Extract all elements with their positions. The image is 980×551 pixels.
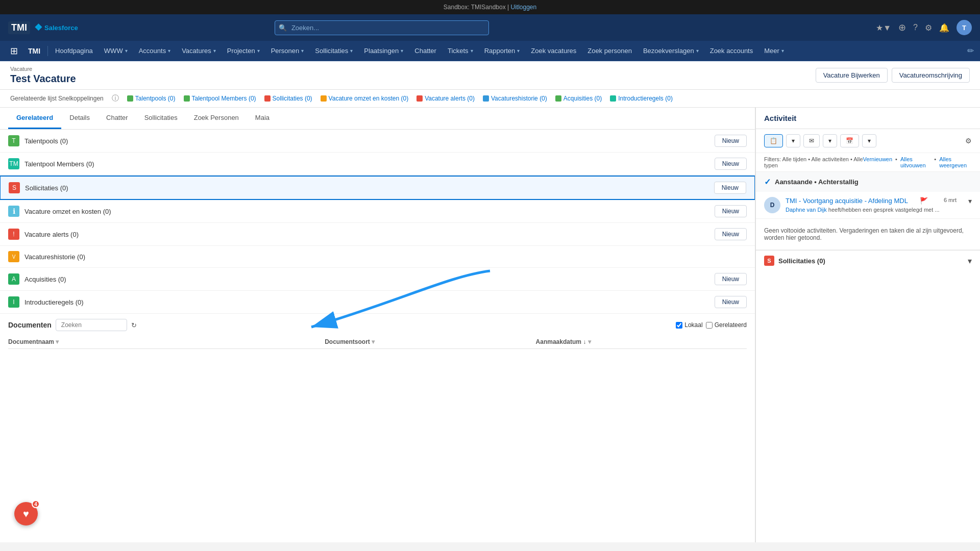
logo-salesforce: ❖ Salesforce [34,22,78,33]
sort-icon[interactable]: ▾ [372,338,375,345]
section-icon-vacatureshistorie: V [8,251,19,262]
tab-chatter[interactable]: Chatter [98,108,136,129]
quick-link-vacature-alerts[interactable]: Vacature alerts (0) [416,95,475,102]
info-icon[interactable]: ⓘ [112,94,119,103]
gear-icon[interactable]: ⚙ [965,137,972,145]
nav-item-hoofdpagina[interactable]: Hoofdpagina [50,44,98,58]
tab-maia[interactable]: Maia [247,108,278,129]
chevron-down-icon: ▾ [257,48,260,54]
section-introductieregels: I Introductieregels (0) Nieuw [0,291,755,314]
chevron-down-icon: ▾ [696,48,699,54]
bell-icon[interactable]: 🔔 [939,23,949,33]
nav-item-bezoekverslagen[interactable]: Bezoekverslagen ▾ [638,44,704,58]
search-input[interactable] [275,20,489,35]
quick-link-acquisities[interactable]: Acquisities (0) [555,95,602,102]
tab-gerelateerd[interactable]: Gerelateerd [8,108,61,129]
activity-avatar: D [764,197,780,213]
nav-item-rapporten[interactable]: Rapporten ▾ [479,44,525,58]
quick-link-talentpool-members[interactable]: Talentpool Members (0) [184,95,256,102]
quick-links-bar: Gerelateerde lijst Snelkoppelingen ⓘ Tal… [0,90,980,108]
expand-icon[interactable]: ▾ [968,197,972,205]
help-icon[interactable]: ? [913,23,918,32]
quick-link-vacatureshistorie[interactable]: Vacatureshistorie (0) [483,95,547,102]
nav-item-personen[interactable]: Personen ▾ [266,44,309,58]
sort-icon[interactable]: ▾ [588,338,591,345]
favorites-icon[interactable]: ★▼ [876,23,891,33]
section-talentpool-members: TM Talentpool Members (0) Nieuw [0,153,755,176]
dot-icon [555,95,561,102]
sort-icon[interactable]: ▾ [56,338,59,345]
filter-alles-uitvouwen[interactable]: Alles uitvouwen [900,156,931,168]
sollicitaties-expand-icon[interactable]: ▾ [968,256,972,266]
nav-item-accounts[interactable]: Accounts ▾ [134,44,176,58]
quick-link-sollicitaties[interactable]: Sollicitaties (0) [264,95,312,102]
documents-title: Documenten [8,321,52,329]
activity-dropdown-1[interactable]: ▾ [786,134,800,147]
activity-log-btn[interactable]: 📋 [764,134,783,147]
left-panel: Gerelateerd Details Chatter Sollicitatie… [0,108,755,542]
activity-email-dropdown[interactable]: ▾ [823,134,837,147]
new-button-introductieregels[interactable]: Nieuw [715,296,747,308]
filter-alles-weergeven[interactable]: Alles weergeven [939,156,972,168]
search-icon: 🔍 [279,24,287,32]
activity-author-link[interactable]: Daphne van Dijk [786,207,827,213]
nav-edit-icon[interactable]: ✏ [967,46,974,56]
activity-title[interactable]: TMI - Voortgang acquisitie - Afdeling MD… [786,197,908,205]
new-button-sollicitaties[interactable]: Nieuw [714,182,746,194]
tab-details[interactable]: Details [61,108,98,129]
chevron-down-icon: ▾ [125,48,128,54]
dot-icon [416,95,423,102]
nav-item-tickets[interactable]: Tickets ▾ [443,44,478,58]
activity-email-btn[interactable]: ✉ [803,134,820,147]
nav-item-www[interactable]: WWW ▾ [99,44,133,58]
logo-tmi: TMI [8,21,30,34]
tab-zoek-personen[interactable]: Zoek Personen [186,108,247,129]
new-button-vacature-omzet[interactable]: Nieuw [715,205,747,217]
nav-tmi-label[interactable]: TMI [23,44,45,58]
flag-icon: 🚩 [920,197,928,205]
activity-task-btn[interactable]: 📅 [840,134,859,147]
filter-vernieuwen[interactable]: Vernieuwen [863,156,893,168]
dot-icon [127,95,133,102]
documents-search-input[interactable] [56,319,127,331]
heart-badge: 4 [32,500,40,508]
nav-item-zoek-personen[interactable]: Zoek personen [582,44,637,58]
new-button-acquisities[interactable]: Nieuw [715,273,747,285]
avatar[interactable]: T [957,20,972,35]
quick-link-introductieregels[interactable]: Introductieregels (0) [610,95,673,102]
vacancy-description-button[interactable]: Vacatureomschrijving [892,68,970,83]
section-icon-talentpools: T [8,135,19,146]
nav-item-chatter[interactable]: Chatter [409,44,442,58]
edit-vacancy-button[interactable]: Vacature Bijwerken [816,68,888,83]
quick-link-talentpools[interactable]: Talentpools (0) [127,95,176,102]
nav-item-meer[interactable]: Meer ▾ [759,44,789,58]
tab-sollicitaties[interactable]: Sollicitaties [136,108,186,129]
gear-icon[interactable]: ⚙ [925,23,932,33]
quick-link-vacature-omzet[interactable]: Vacature omzet en kosten (0) [321,95,409,102]
floating-heart-button[interactable]: ♥ 4 [14,502,38,525]
right-panel: Activiteit 📋 ▾ ✉ ▾ 📅 ▾ ⚙ Filters: Alle t… [755,108,980,542]
nav-item-zoek-vacatures[interactable]: Zoek vacatures [526,44,581,58]
add-icon[interactable]: ⊕ [898,22,906,33]
new-button-talentpool-members[interactable]: Nieuw [715,158,747,170]
lokaal-checkbox[interactable] [676,322,682,329]
tabs: Gerelateerd Details Chatter Sollicitatie… [0,108,755,130]
upcoming-label: Aanstaande • Achterstallig [775,178,859,186]
new-button-vacature-alerts[interactable]: Nieuw [715,228,747,240]
sort-desc-icon[interactable]: ↓ [583,338,586,345]
activity-more-btn[interactable]: ▾ [862,134,876,147]
nav-item-sollicitaties[interactable]: Sollicitaties ▾ [310,44,358,58]
nav-item-zoek-accounts[interactable]: Zoek accounts [705,44,758,58]
col-aanmaakdatum: Aanmaakdatum ↓ ▾ [536,338,747,345]
soll-icon: S [764,256,774,266]
apps-button[interactable]: ⊞ [6,42,22,60]
nav-item-projecten[interactable]: Projecten ▾ [222,44,265,58]
gerelateerd-checkbox[interactable] [706,322,713,329]
nav-item-vacatures[interactable]: Vacatures ▾ [177,44,221,58]
page-title: Test Vacature [10,73,76,85]
new-button-talentpools[interactable]: Nieuw [715,135,747,147]
nav-item-plaatsingen[interactable]: Plaatsingen ▾ [359,44,408,58]
documents-refresh-icon[interactable]: ↻ [131,321,137,329]
chevron-down-icon: ▾ [517,48,520,54]
logout-link[interactable]: Uitloggen [510,4,536,11]
